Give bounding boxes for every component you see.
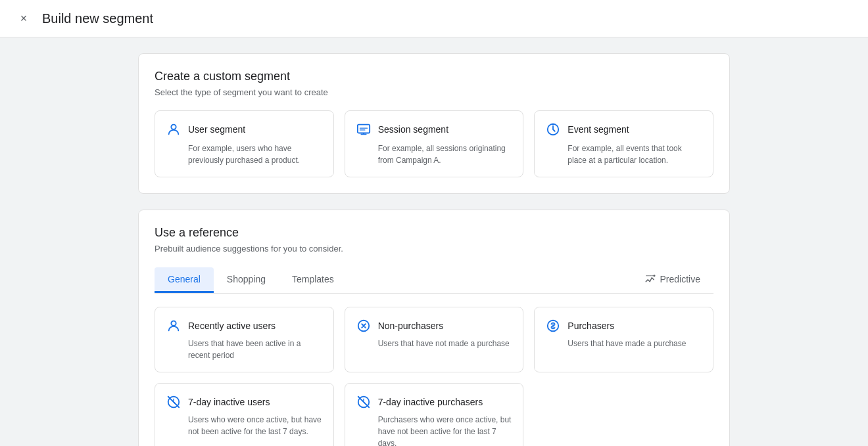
tab-templates[interactable]: Templates [279, 267, 347, 293]
custom-segment-title: Create a custom segment [155, 70, 713, 83]
7-day-inactive-purchasers-header: 7-day inactive purchasers [356, 394, 513, 410]
7-day-inactive-header: 7-day inactive users [166, 394, 323, 410]
page-header: × Build new segment [0, 0, 868, 37]
recently-active-title: Recently active users [188, 321, 276, 331]
non-purchasers-header: Non-purchasers [356, 318, 513, 334]
7-day-inactive-purchasers-card[interactable]: 7-day inactive purchasers Purchasers who… [345, 383, 524, 446]
recently-active-header: Recently active users [166, 318, 323, 334]
purchasers-icon [545, 318, 561, 334]
segment-options: User segment For example, users who have… [155, 110, 713, 177]
recently-active-icon [166, 318, 181, 334]
session-segment-icon [356, 122, 372, 137]
event-segment-icon [545, 122, 561, 137]
7-day-inactive-purchasers-title: 7-day inactive purchasers [378, 397, 483, 407]
user-segment-header: User segment [166, 122, 323, 137]
svg-rect-1 [357, 125, 369, 133]
session-segment-header: Session segment [356, 122, 513, 137]
custom-segment-card: Create a custom segment Select the type … [138, 53, 730, 194]
recently-active-desc: Users that have been active in a recent … [166, 338, 323, 361]
purchasers-desc: Users that have made a purchase [545, 338, 702, 349]
user-segment-icon [166, 122, 181, 137]
event-segment-option[interactable]: Event segment For example, all events th… [534, 110, 713, 177]
7-day-inactive-title: 7-day inactive users [188, 397, 270, 407]
purchasers-header: Purchasers [545, 318, 702, 334]
non-purchasers-icon [356, 318, 372, 334]
svg-point-0 [171, 125, 176, 129]
event-segment-desc: For example, all events that took place … [545, 143, 702, 166]
7-day-inactive-card[interactable]: 7-day inactive users Users who were once… [155, 383, 334, 446]
7-day-inactive-purchasers-icon [356, 394, 372, 410]
reference-cards-grid: Recently active users Users that have be… [155, 307, 713, 446]
recently-active-card[interactable]: Recently active users Users that have be… [155, 307, 334, 372]
predictive-icon [644, 273, 656, 285]
user-segment-desc: For example, users who have previously p… [166, 143, 323, 166]
reference-tabs: General Shopping Templates Predictive [155, 267, 713, 294]
session-segment-option[interactable]: Session segment For example, all session… [345, 110, 524, 177]
main-content: Create a custom segment Select the type … [0, 37, 868, 446]
user-segment-title: User segment [188, 124, 245, 135]
purchasers-card[interactable]: Purchasers Users that have made a purcha… [534, 307, 713, 372]
reference-subtitle: Prebuilt audience suggestions for you to… [155, 244, 713, 254]
page-title: Build new segment [42, 11, 153, 26]
close-button[interactable]: × [16, 11, 32, 26]
svg-point-9 [171, 321, 176, 326]
tab-shopping[interactable]: Shopping [214, 267, 279, 293]
predictive-label: Predictive [660, 274, 700, 284]
purchasers-title: Purchasers [567, 321, 614, 331]
reference-card-container: Use a reference Prebuilt audience sugges… [138, 210, 730, 446]
event-segment-header: Event segment [545, 122, 702, 137]
7-day-inactive-purchasers-desc: Purchasers who were once active, but hav… [356, 414, 513, 446]
non-purchasers-card[interactable]: Non-purchasers Users that have not made … [345, 307, 524, 372]
svg-point-7 [552, 123, 554, 125]
user-segment-option[interactable]: User segment For example, users who have… [155, 110, 334, 177]
event-segment-title: Event segment [567, 124, 629, 135]
session-segment-title: Session segment [378, 124, 448, 135]
non-purchasers-title: Non-purchasers [378, 321, 444, 331]
tab-general[interactable]: General [155, 267, 214, 293]
7-day-inactive-desc: Users who were once active, but have not… [166, 414, 323, 437]
session-segment-desc: For example, all sessions originating fr… [356, 143, 513, 166]
7-day-inactive-icon [166, 394, 181, 410]
tab-predictive[interactable]: Predictive [631, 267, 713, 294]
non-purchasers-desc: Users that have not made a purchase [356, 338, 513, 349]
custom-segment-subtitle: Select the type of segment you want to c… [155, 87, 713, 97]
reference-title: Use a reference [155, 226, 713, 240]
